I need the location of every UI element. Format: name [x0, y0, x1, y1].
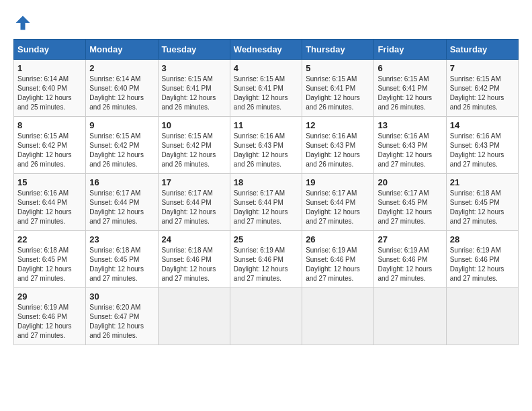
calendar-table: SundayMondayTuesdayWednesdayThursdayFrid… — [13, 39, 519, 345]
day-number: 23 — [89, 234, 154, 244]
calendar-cell: 15Sunrise: 6:16 AMSunset: 6:44 PMDayligh… — [14, 174, 86, 231]
calendar-cell: 6Sunrise: 6:15 AMSunset: 6:41 PMDaylight… — [374, 60, 446, 117]
day-number: 6 — [378, 63, 442, 73]
calendar-cell: 20Sunrise: 6:17 AMSunset: 6:45 PMDayligh… — [374, 174, 446, 231]
calendar-cell: 13Sunrise: 6:16 AMSunset: 6:43 PMDayligh… — [374, 117, 446, 174]
day-number: 30 — [89, 291, 154, 302]
calendar-cell — [230, 288, 302, 345]
day-info: Sunrise: 6:17 AMSunset: 6:44 PMDaylight:… — [162, 189, 226, 226]
calendar-cell: 28Sunrise: 6:19 AMSunset: 6:46 PMDayligh… — [446, 231, 518, 288]
calendar-cell: 9Sunrise: 6:15 AMSunset: 6:42 PMDaylight… — [86, 117, 158, 174]
calendar-cell: 17Sunrise: 6:17 AMSunset: 6:44 PMDayligh… — [158, 174, 230, 231]
day-number: 4 — [234, 63, 298, 73]
day-info: Sunrise: 6:15 AMSunset: 6:41 PMDaylight:… — [162, 75, 226, 112]
calendar-cell: 27Sunrise: 6:19 AMSunset: 6:46 PMDayligh… — [374, 231, 446, 288]
calendar-cell — [446, 288, 518, 345]
day-number: 14 — [450, 120, 515, 130]
day-info: Sunrise: 6:14 AMSunset: 6:40 PMDaylight:… — [89, 75, 154, 112]
day-info: Sunrise: 6:18 AMSunset: 6:45 PMDaylight:… — [450, 189, 515, 226]
calendar-cell: 30Sunrise: 6:20 AMSunset: 6:47 PMDayligh… — [86, 288, 158, 345]
week-row-2: 8Sunrise: 6:15 AMSunset: 6:42 PMDaylight… — [14, 117, 519, 174]
day-info: Sunrise: 6:17 AMSunset: 6:44 PMDaylight:… — [234, 189, 298, 226]
calendar-cell: 19Sunrise: 6:17 AMSunset: 6:44 PMDayligh… — [302, 174, 374, 231]
day-number: 10 — [162, 120, 226, 130]
day-number: 1 — [17, 63, 82, 73]
logo — [13, 13, 35, 32]
calendar-cell: 1Sunrise: 6:14 AMSunset: 6:40 PMDaylight… — [14, 60, 86, 117]
calendar-cell: 26Sunrise: 6:19 AMSunset: 6:46 PMDayligh… — [302, 231, 374, 288]
header-cell-tuesday: Tuesday — [158, 40, 230, 60]
day-number: 22 — [17, 234, 82, 244]
calendar-cell: 22Sunrise: 6:18 AMSunset: 6:45 PMDayligh… — [14, 231, 86, 288]
day-info: Sunrise: 6:15 AMSunset: 6:42 PMDaylight:… — [162, 132, 226, 169]
day-number: 29 — [17, 291, 82, 302]
week-row-1: 1Sunrise: 6:14 AMSunset: 6:40 PMDaylight… — [14, 60, 519, 117]
day-info: Sunrise: 6:18 AMSunset: 6:45 PMDaylight:… — [17, 246, 82, 283]
day-number: 20 — [378, 177, 442, 187]
calendar-cell: 24Sunrise: 6:18 AMSunset: 6:46 PMDayligh… — [158, 231, 230, 288]
day-info: Sunrise: 6:16 AMSunset: 6:43 PMDaylight:… — [378, 132, 442, 169]
day-number: 2 — [89, 63, 154, 73]
day-number: 5 — [306, 63, 370, 73]
calendar-cell: 7Sunrise: 6:15 AMSunset: 6:42 PMDaylight… — [446, 60, 518, 117]
day-info: Sunrise: 6:16 AMSunset: 6:43 PMDaylight:… — [234, 132, 298, 169]
day-info: Sunrise: 6:19 AMSunset: 6:46 PMDaylight:… — [306, 246, 370, 283]
calendar-cell: 5Sunrise: 6:15 AMSunset: 6:41 PMDaylight… — [302, 60, 374, 117]
header-cell-monday: Monday — [86, 40, 158, 60]
header-cell-saturday: Saturday — [446, 40, 518, 60]
day-info: Sunrise: 6:16 AMSunset: 6:43 PMDaylight:… — [306, 132, 370, 169]
calendar-cell — [302, 288, 374, 345]
day-number: 3 — [162, 63, 226, 73]
header-cell-thursday: Thursday — [302, 40, 374, 60]
calendar-cell: 12Sunrise: 6:16 AMSunset: 6:43 PMDayligh… — [302, 117, 374, 174]
day-info: Sunrise: 6:17 AMSunset: 6:45 PMDaylight:… — [378, 189, 442, 226]
svg-marker-0 — [16, 16, 30, 30]
day-number: 21 — [450, 177, 515, 187]
week-row-5: 29Sunrise: 6:19 AMSunset: 6:46 PMDayligh… — [14, 288, 519, 345]
header-cell-wednesday: Wednesday — [230, 40, 302, 60]
day-info: Sunrise: 6:19 AMSunset: 6:46 PMDaylight:… — [234, 246, 298, 283]
day-number: 25 — [234, 234, 298, 244]
calendar-cell: 11Sunrise: 6:16 AMSunset: 6:43 PMDayligh… — [230, 117, 302, 174]
day-number: 8 — [17, 120, 82, 130]
calendar-cell: 3Sunrise: 6:15 AMSunset: 6:41 PMDaylight… — [158, 60, 230, 117]
day-number: 19 — [306, 177, 370, 187]
day-info: Sunrise: 6:15 AMSunset: 6:42 PMDaylight:… — [89, 132, 154, 169]
calendar-cell: 10Sunrise: 6:15 AMSunset: 6:42 PMDayligh… — [158, 117, 230, 174]
day-info: Sunrise: 6:15 AMSunset: 6:41 PMDaylight:… — [234, 75, 298, 112]
day-number: 15 — [17, 177, 82, 187]
day-info: Sunrise: 6:14 AMSunset: 6:40 PMDaylight:… — [17, 75, 82, 112]
day-number: 24 — [162, 234, 226, 244]
day-info: Sunrise: 6:18 AMSunset: 6:45 PMDaylight:… — [89, 246, 154, 283]
day-number: 18 — [234, 177, 298, 187]
calendar-cell — [158, 288, 230, 345]
day-number: 26 — [306, 234, 370, 244]
calendar-cell: 23Sunrise: 6:18 AMSunset: 6:45 PMDayligh… — [86, 231, 158, 288]
day-info: Sunrise: 6:18 AMSunset: 6:46 PMDaylight:… — [162, 246, 226, 283]
day-number: 9 — [89, 120, 154, 130]
day-info: Sunrise: 6:19 AMSunset: 6:46 PMDaylight:… — [17, 303, 82, 340]
week-row-4: 22Sunrise: 6:18 AMSunset: 6:45 PMDayligh… — [14, 231, 519, 288]
calendar-cell: 21Sunrise: 6:18 AMSunset: 6:45 PMDayligh… — [446, 174, 518, 231]
day-number: 7 — [450, 63, 515, 73]
day-info: Sunrise: 6:20 AMSunset: 6:47 PMDaylight:… — [89, 303, 154, 340]
calendar-cell — [374, 288, 446, 345]
calendar-cell: 18Sunrise: 6:17 AMSunset: 6:44 PMDayligh… — [230, 174, 302, 231]
day-info: Sunrise: 6:15 AMSunset: 6:41 PMDaylight:… — [306, 75, 370, 112]
day-number: 12 — [306, 120, 370, 130]
header-cell-friday: Friday — [374, 40, 446, 60]
day-info: Sunrise: 6:15 AMSunset: 6:42 PMDaylight:… — [450, 75, 515, 112]
day-number: 27 — [378, 234, 442, 244]
day-info: Sunrise: 6:15 AMSunset: 6:42 PMDaylight:… — [17, 132, 82, 169]
day-number: 11 — [234, 120, 298, 130]
calendar-cell: 4Sunrise: 6:15 AMSunset: 6:41 PMDaylight… — [230, 60, 302, 117]
day-number: 28 — [450, 234, 515, 244]
calendar-cell: 25Sunrise: 6:19 AMSunset: 6:46 PMDayligh… — [230, 231, 302, 288]
day-number: 13 — [378, 120, 442, 130]
calendar-cell: 8Sunrise: 6:15 AMSunset: 6:42 PMDaylight… — [14, 117, 86, 174]
week-row-3: 15Sunrise: 6:16 AMSunset: 6:44 PMDayligh… — [14, 174, 519, 231]
day-info: Sunrise: 6:17 AMSunset: 6:44 PMDaylight:… — [306, 189, 370, 226]
calendar-body: 1Sunrise: 6:14 AMSunset: 6:40 PMDaylight… — [14, 60, 519, 345]
calendar-cell: 29Sunrise: 6:19 AMSunset: 6:46 PMDayligh… — [14, 288, 86, 345]
logo-icon — [13, 13, 32, 32]
